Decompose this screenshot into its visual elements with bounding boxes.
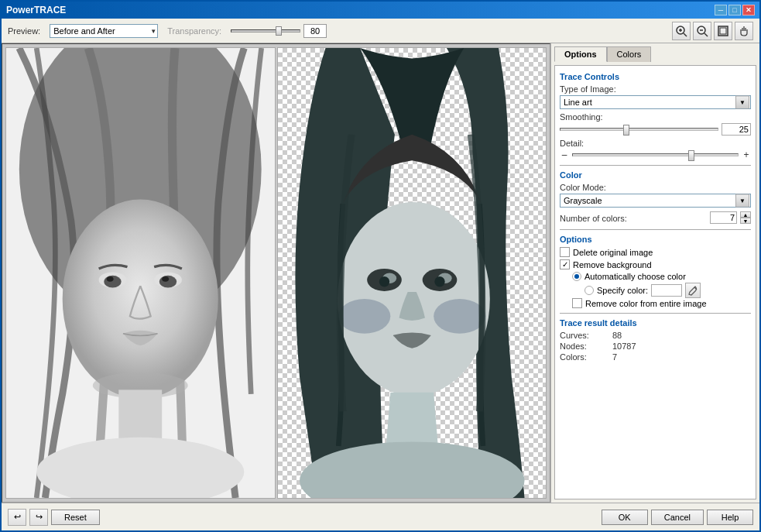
num-colors-row: Number of colors: 7 ▲ ▼ bbox=[560, 211, 751, 225]
transparency-slider-thumb[interactable] bbox=[276, 26, 282, 36]
redo-button[interactable]: ↪ bbox=[29, 509, 48, 526]
right-panel: Options Colors Trace Controls Type of Im… bbox=[550, 43, 759, 503]
svg-point-29 bbox=[434, 299, 485, 334]
results-header: Trace result details bbox=[560, 318, 751, 328]
svg-line-1 bbox=[684, 33, 687, 36]
after-image-overlay bbox=[278, 48, 547, 498]
nodes-value: 10787 bbox=[612, 342, 636, 351]
before-image bbox=[6, 48, 275, 498]
cancel-button[interactable]: Cancel bbox=[651, 510, 704, 525]
titlebar-buttons: ─ □ ✕ bbox=[715, 5, 755, 15]
detail-plus-icon[interactable]: + bbox=[742, 149, 751, 160]
zoom-out-icon bbox=[696, 25, 708, 37]
minimize-button[interactable]: ─ bbox=[715, 5, 727, 15]
preview-select[interactable]: Before and After Before After Wireframe … bbox=[50, 24, 158, 38]
help-button[interactable]: Help bbox=[707, 510, 753, 525]
svg-rect-19 bbox=[118, 390, 162, 441]
close-button[interactable]: ✕ bbox=[742, 5, 755, 15]
svg-point-16 bbox=[107, 276, 114, 282]
svg-point-26 bbox=[379, 276, 389, 287]
eyedropper-button[interactable] bbox=[685, 283, 701, 298]
num-colors-up-button[interactable]: ▲ bbox=[740, 211, 751, 218]
num-colors-spinner: ▲ ▼ bbox=[740, 211, 751, 224]
svg-point-27 bbox=[434, 276, 444, 287]
detail-slider[interactable] bbox=[572, 153, 739, 156]
detail-label: Detail: bbox=[560, 139, 751, 148]
panel-content: Trace Controls Type of Image: Line art C… bbox=[554, 65, 756, 499]
detail-minus-icon[interactable]: – bbox=[560, 149, 569, 160]
delete-original-label: Delete original image bbox=[573, 248, 653, 257]
redo-icon: ↪ bbox=[36, 512, 43, 522]
remove-background-row: ✓ Remove background bbox=[560, 259, 751, 269]
svg-point-11 bbox=[63, 200, 218, 399]
divider-3 bbox=[560, 313, 751, 314]
tabs: Options Colors bbox=[554, 46, 756, 62]
curves-value: 88 bbox=[612, 331, 622, 340]
zoom-in-icon bbox=[675, 25, 687, 37]
bottom-left: ↩ ↪ Reset bbox=[8, 509, 100, 526]
detail-slider-row: – + bbox=[560, 149, 751, 160]
auto-color-radio[interactable] bbox=[572, 272, 581, 281]
zoom-out-button[interactable] bbox=[693, 22, 711, 40]
maximize-button[interactable]: □ bbox=[728, 5, 741, 15]
svg-line-5 bbox=[704, 33, 708, 36]
toolbar: Preview: Before and After Before After W… bbox=[2, 19, 759, 43]
curves-label: Curves: bbox=[560, 331, 606, 340]
bottom-bar: ↩ ↪ Reset OK Cancel Help bbox=[2, 503, 759, 530]
colors-row: Colors: 7 bbox=[560, 352, 751, 362]
color-mode-select[interactable]: Grayscale RGB CMYK Palette bbox=[560, 194, 751, 208]
main-content: Options Colors Trace Controls Type of Im… bbox=[2, 43, 759, 503]
num-colors-label: Number of colors: bbox=[560, 214, 627, 223]
svg-point-17 bbox=[162, 276, 169, 282]
detail-slider-thumb[interactable] bbox=[688, 150, 694, 161]
smoothing-slider-thumb[interactable] bbox=[623, 125, 629, 136]
colors-value: 7 bbox=[612, 352, 617, 362]
preview-select-wrapper: Before and After Before After Wireframe … bbox=[50, 24, 158, 38]
type-select[interactable]: Line art Clipart Photo bbox=[560, 95, 751, 109]
reset-button[interactable]: Reset bbox=[51, 510, 100, 525]
after-panel bbox=[277, 47, 547, 499]
main-window: PowerTRACE ─ □ ✕ Preview: Before and Aft… bbox=[0, 0, 761, 532]
undo-button[interactable]: ↩ bbox=[8, 509, 26, 526]
eyedropper-icon bbox=[687, 285, 698, 296]
remove-entire-checkbox[interactable] bbox=[572, 298, 582, 308]
undo-icon: ↩ bbox=[14, 512, 21, 522]
preview-area bbox=[2, 43, 550, 503]
transparency-slider-container: 80 bbox=[231, 24, 327, 38]
options-section-header: Options bbox=[560, 235, 751, 244]
before-panel bbox=[5, 47, 276, 499]
titlebar: PowerTRACE ─ □ ✕ bbox=[2, 2, 759, 19]
nodes-label: Nodes: bbox=[560, 342, 606, 351]
num-colors-input[interactable]: 7 bbox=[710, 211, 737, 224]
fit-page-icon bbox=[717, 25, 729, 37]
tab-colors[interactable]: Colors bbox=[607, 46, 652, 62]
trace-controls-header: Trace Controls bbox=[560, 72, 751, 81]
smoothing-value-input[interactable]: 25 bbox=[722, 123, 751, 136]
radio-group: Automatically choose color Specify color… bbox=[572, 272, 751, 308]
smoothing-slider-row: 25 bbox=[560, 123, 751, 136]
ok-button[interactable]: OK bbox=[602, 510, 648, 525]
svg-point-28 bbox=[338, 299, 390, 334]
transparency-value-input[interactable]: 80 bbox=[303, 24, 327, 38]
type-of-image-label: Type of Image: bbox=[560, 84, 751, 94]
specify-color-radio[interactable] bbox=[584, 286, 594, 295]
smoothing-slider[interactable] bbox=[560, 128, 718, 131]
colors-label: Colors: bbox=[560, 352, 606, 362]
after-image bbox=[278, 48, 547, 498]
zoom-in-button[interactable] bbox=[672, 22, 691, 40]
auto-color-label: Automatically choose color bbox=[584, 272, 686, 281]
num-colors-down-button[interactable]: ▼ bbox=[740, 218, 751, 224]
fit-page-button[interactable] bbox=[714, 22, 732, 40]
tab-options[interactable]: Options bbox=[554, 46, 607, 62]
toolbar-icons bbox=[672, 22, 753, 40]
color-section-header: Color bbox=[560, 170, 751, 180]
transparency-slider-track[interactable] bbox=[231, 29, 300, 33]
color-mode-select-wrapper: Grayscale RGB CMYK Palette ▼ bbox=[560, 194, 751, 208]
delete-original-checkbox[interactable] bbox=[560, 247, 570, 257]
app-title: PowerTRACE bbox=[6, 5, 66, 15]
remove-background-checkbox[interactable]: ✓ bbox=[560, 259, 570, 269]
color-swatch[interactable] bbox=[651, 284, 682, 297]
remove-entire-label: Remove color from entire image bbox=[585, 299, 707, 308]
specify-color-row: Specify color: bbox=[584, 283, 751, 298]
hand-tool-button[interactable] bbox=[735, 22, 753, 40]
